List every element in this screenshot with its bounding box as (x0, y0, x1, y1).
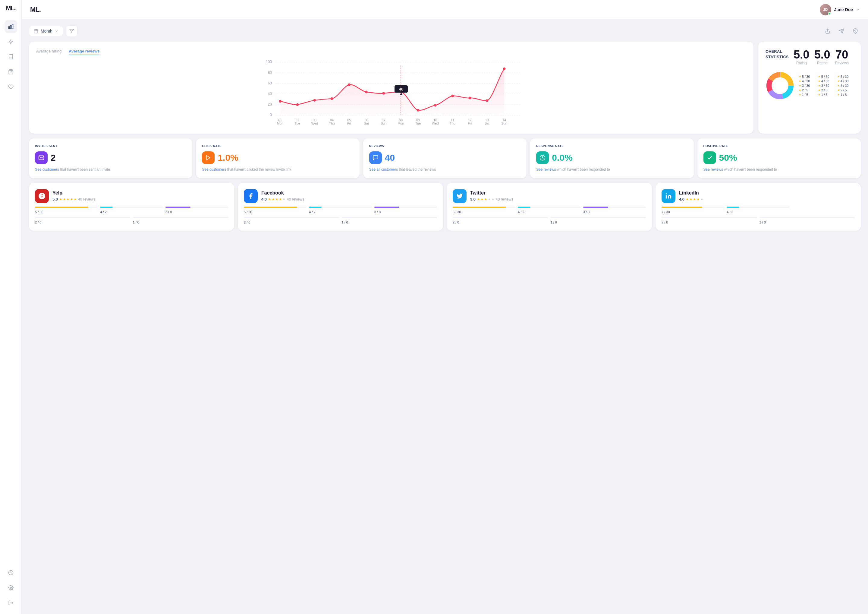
bar-item: 7 / 30 (662, 207, 724, 215)
bar-item: 4 / 2 (309, 207, 372, 215)
svg-rect-7 (34, 30, 38, 33)
platform-reviews-count: 40 reviews (78, 197, 95, 201)
bar-item-2: 1 / 0 (133, 217, 228, 225)
svg-text:Fri: Fri (468, 121, 472, 125)
svg-text:Mon: Mon (277, 121, 283, 125)
metric-link-text: See reviews which haven't been responded… (536, 167, 687, 172)
platform-card-facebook: Facebook 4.0 ★★★★★ 40 reviews 5 / 30 (238, 183, 443, 231)
platform-card-linkedin: LinkedIn 4.0 ★★★★★ 7 / 30 4 (656, 183, 861, 231)
svg-point-39 (468, 96, 471, 99)
svg-text:Thu: Thu (329, 121, 335, 125)
platform-reviews-count: 40 reviews (496, 197, 513, 201)
send-button[interactable] (836, 26, 847, 36)
stat-reviews-label: Reviews (835, 61, 849, 65)
stat-rating-1-label: Rating (794, 61, 809, 65)
svg-marker-11 (70, 29, 74, 33)
chevron-down-icon (856, 8, 860, 11)
rating-row-5-2: ★ 5 / 30 (818, 75, 834, 78)
legend-average-rating[interactable]: Average rating (36, 49, 62, 55)
overall-stats-card: OVERALSTATISTICS 5.0 Rating 5.0 Rating 7… (758, 42, 861, 134)
rating-row-2-3: ★ 2 / 5 (837, 89, 854, 92)
svg-point-28 (279, 100, 282, 103)
svg-point-31 (331, 97, 333, 100)
platform-reviews-count: 40 reviews (287, 197, 304, 201)
platform-card-yelp: Yelp 5.0 ★★★★★ 40 reviews 5 / 30 (29, 183, 234, 231)
sidebar-item-heart[interactable] (5, 81, 17, 93)
period-label: Month (41, 29, 53, 33)
svg-text:80: 80 (268, 71, 272, 75)
svg-text:Sun: Sun (381, 121, 387, 125)
book-icon (8, 54, 14, 59)
stat-rating-1-value: 5.0 (794, 49, 809, 60)
svg-point-5 (10, 587, 11, 589)
metric-card-3: RESPONSE RATE 0.0% See reviews which hav… (530, 138, 693, 178)
filter-button[interactable] (66, 25, 78, 37)
email-icon (35, 151, 48, 164)
rating-row-1-3: ★ 1 / 5 (837, 93, 854, 96)
platforms-row: Yelp 5.0 ★★★★★ 40 reviews 5 / 30 (29, 183, 861, 231)
funnel-icon (69, 29, 74, 33)
heart-icon (8, 84, 14, 90)
bar-chart-icon (8, 23, 14, 30)
bar-item-2: 2 / 0 (662, 217, 757, 225)
metric-link-text: See customers that haven't been sent an … (35, 167, 186, 172)
location-button[interactable] (850, 26, 861, 36)
svg-text:40: 40 (268, 92, 272, 96)
sidebar-item-settings[interactable] (5, 581, 17, 594)
rating-row-3-3: ★ 3 / 30 (837, 84, 854, 87)
rating-row-4-3: ★ 4 / 30 (837, 79, 854, 83)
bar-item: 3 / 8 (583, 207, 646, 215)
top-grid: Average rating Average reviews (29, 42, 861, 134)
topbar-logo: ML. (30, 6, 41, 14)
sidebar: ML. (0, 0, 22, 614)
platform-rating: 5.0 (53, 197, 58, 201)
sidebar-item-logout[interactable] (5, 597, 17, 609)
svg-point-30 (313, 99, 316, 102)
refresh-icon (536, 151, 549, 164)
bar-item: 4 / 2 (100, 207, 163, 215)
rating-row-4-1: ★ 4 / 30 (799, 79, 815, 83)
chart-legend: Average rating Average reviews (36, 49, 746, 55)
bar-item-2: 2 / 0 (453, 217, 548, 225)
metric-label: RESPONSE RATE (536, 145, 687, 148)
svg-text:Tue: Tue (415, 121, 421, 125)
user-menu[interactable]: JD Jane Doe (820, 4, 860, 16)
legend-average-reviews[interactable]: Average reviews (69, 49, 99, 55)
metric-card-2: REVIEWS 40 See all customers that leaved… (363, 138, 527, 178)
metric-card-4: POSITIVE RATE 50% See reviews which have… (698, 138, 861, 178)
metric-value: 1.0% (218, 152, 238, 163)
share-button[interactable] (822, 26, 833, 36)
svg-text:Sun: Sun (501, 121, 507, 125)
svg-point-34 (382, 92, 385, 95)
rating-row-5-1: ★ 5 / 30 (799, 75, 815, 78)
bar-item-2: 2 / 0 (244, 217, 339, 225)
platform-logo-linkedin (662, 189, 676, 203)
metric-value: 50% (719, 152, 737, 163)
gear-icon (8, 585, 14, 591)
bar-item-2: 1 / 0 (342, 217, 437, 225)
stat-reviews-value: 70 (835, 49, 849, 60)
sidebar-item-book[interactable] (5, 50, 17, 63)
svg-point-33 (365, 91, 368, 93)
svg-text:Thu: Thu (450, 121, 456, 125)
chart-card: Average rating Average reviews (29, 42, 753, 134)
sidebar-item-analytics[interactable] (5, 20, 17, 33)
metric-card-1: CLICK RATE 1.0% See customers that haven… (196, 138, 359, 178)
svg-point-15 (855, 30, 856, 31)
platform-name: Twitter (470, 190, 513, 196)
svg-text:100: 100 (266, 60, 272, 64)
svg-rect-1 (10, 25, 11, 29)
rating-row-2-2: ★ 2 / 5 (818, 89, 834, 92)
line-chart-svg: 100 80 60 40 20 0 (36, 59, 746, 125)
clock-icon (8, 570, 14, 575)
sidebar-item-bag[interactable] (5, 65, 17, 78)
metric-value: 2 (51, 152, 56, 163)
svg-text:Mon: Mon (398, 121, 404, 125)
stat-rating-2-value: 5.0 (814, 49, 830, 60)
sidebar-item-clock[interactable] (5, 566, 17, 579)
sidebar-item-lightning[interactable] (5, 35, 17, 48)
calendar-icon (33, 29, 38, 33)
month-selector[interactable]: Month (29, 26, 63, 36)
bar-item: 4 / 2 (727, 207, 789, 215)
svg-text:60: 60 (268, 81, 272, 85)
